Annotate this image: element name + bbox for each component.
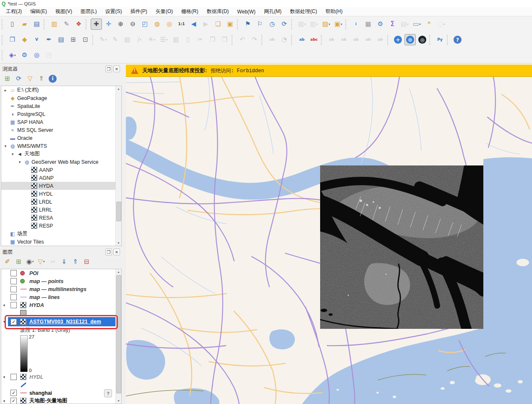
layer-item-shanghai[interactable]: ✓shanghai? <box>1 389 121 397</box>
browser-scrollbar[interactable]: ▲ ▼ <box>115 86 121 246</box>
scroll-down-icon[interactable]: ▼ <box>116 240 121 246</box>
menu-图层-l[interactable]: 图层(L) <box>76 7 101 16</box>
expand-open-icon[interactable]: ▾ <box>10 152 15 156</box>
menu-栅格-r[interactable]: 栅格(R) <box>177 7 203 16</box>
new-3d-map-view[interactable]: ▣ <box>224 18 236 30</box>
open-project[interactable]: ▰ <box>19 18 30 30</box>
show-layout-manager[interactable]: ✎ <box>61 18 72 30</box>
browser-item-场景[interactable]: ◧场景 <box>1 230 121 238</box>
menu-编辑-e[interactable]: 编辑(E) <box>26 7 51 16</box>
menu-数据库-d[interactable]: 数据库(D) <box>203 7 233 16</box>
zoom-out[interactable]: ⊖ <box>127 18 138 30</box>
add-layer-menu[interactable]: ◈▾ <box>7 50 18 61</box>
scroll-down-icon[interactable]: ▼ <box>116 398 121 404</box>
browser-item-hyda[interactable]: HYDA <box>1 182 121 190</box>
filter-legend[interactable]: ▽▾ <box>36 257 47 267</box>
select-features-dropdown[interactable]: ▾ <box>304 23 306 26</box>
select-by-value-dropdown[interactable]: ▾ <box>341 23 342 26</box>
legend-swatch-row[interactable] <box>1 309 121 317</box>
scroll-up-icon[interactable]: ▲ <box>116 269 121 275</box>
layer-item-map-lines[interactable]: map — lines <box>1 293 121 301</box>
zoom-in[interactable]: ⊕ <box>115 18 126 30</box>
layer-checkbox[interactable]: ✓ <box>10 398 17 404</box>
band-label-row[interactable]: 波段 1: Band 1 (Gray) <box>1 326 121 334</box>
save-project[interactable]: ▤ <box>31 18 42 30</box>
zoom-to-selection[interactable]: ◎ <box>164 18 175 30</box>
add-favorite[interactable]: ⊞ <box>2 73 13 84</box>
layer-item-hydl[interactable]: ▾HYDL <box>1 373 121 381</box>
browser-properties[interactable]: i <box>47 73 58 84</box>
filter-expression-dropdown[interactable]: ▾ <box>53 260 55 263</box>
menu-工程-j[interactable]: 工程(J) <box>2 7 26 16</box>
layer-styling[interactable]: ✐ <box>2 257 13 267</box>
add-group[interactable]: ⊞ <box>13 257 24 267</box>
layers-scrollbar[interactable]: ▲ ▼ <box>115 269 121 404</box>
collapse-all[interactable]: ⇑ <box>70 257 81 267</box>
vertex-tool-dropdown[interactable]: ▾ <box>154 38 156 42</box>
help-contents[interactable]: ? <box>452 34 463 45</box>
browser-item-天地图[interactable]: ▾◄天地图 <box>1 150 121 158</box>
scroll-thumb[interactable] <box>116 202 121 221</box>
refresh-map[interactable]: ⟳ <box>279 18 290 30</box>
temporal-controller[interactable]: ◷ <box>266 18 278 30</box>
legend-line-row[interactable] <box>1 381 121 389</box>
refresh-browser[interactable]: ⟳ <box>13 73 24 84</box>
collapse-all-browser[interactable]: ⇑ <box>36 73 47 84</box>
expand-open-icon[interactable]: ▾ <box>17 160 22 164</box>
select-by-form[interactable]: ▨▾ <box>321 18 332 30</box>
zoom-full-extent[interactable]: ◰ <box>139 18 151 30</box>
layer-item-天地图-矢量地图[interactable]: ▾✓天地图-矢量地图 <box>1 397 121 404</box>
measure[interactable]: ▭▾ <box>411 18 422 30</box>
panel-close-button[interactable]: ✕ <box>113 249 120 255</box>
tianditu-add-map[interactable]: + <box>392 34 404 45</box>
layer-item-poi[interactable]: POI <box>1 269 121 277</box>
browser-item-spatialite[interactable]: ✒SpatiaLite <box>1 102 121 110</box>
zoom-native[interactable]: 1:1 <box>176 18 187 30</box>
new-spatialite-layer[interactable]: ✒ <box>43 34 55 45</box>
panel-undock-button[interactable]: ❐ <box>105 249 112 255</box>
layer-checkbox[interactable] <box>10 374 17 380</box>
map-canvas[interactable] <box>126 77 532 404</box>
remove-layer[interactable]: ⊟ <box>81 257 92 267</box>
expand-open-icon[interactable]: ▾ <box>2 375 7 379</box>
pan-map[interactable]: ✚ <box>91 18 102 30</box>
show-spatial-bookmarks[interactable]: ⚐ <box>254 18 266 30</box>
expand-open-icon[interactable]: ▾ <box>2 399 7 403</box>
browser-item-wms-wmts[interactable]: ▾◍WMS/WMTS <box>1 142 121 150</box>
browser-item-vector-tiles[interactable]: ▦Vector Tiles <box>1 238 121 246</box>
open-attribute-table-dropdown[interactable]: ▾ <box>407 23 409 26</box>
expand-all[interactable]: ⇓ <box>59 257 69 267</box>
layer-help-button[interactable]: ? <box>104 389 112 397</box>
filter-legend-dropdown[interactable]: ▾ <box>43 260 45 263</box>
gradient-ramp-row[interactable]: 270 <box>1 334 121 373</box>
zoom-to-layer[interactable]: ◍ <box>151 18 163 30</box>
add-layer-menu-dropdown[interactable]: ▾ <box>14 54 16 57</box>
pin-labels[interactable]: ab <box>296 34 308 45</box>
new-virtual-layer[interactable]: ⊡ <box>80 34 91 45</box>
new-temporary-layer[interactable]: ▤ <box>55 34 67 45</box>
layer-checkbox[interactable] <box>10 278 17 284</box>
menu-帮助-h[interactable]: 帮助(H) <box>321 7 347 16</box>
menu-视图-v[interactable]: 视图(V) <box>51 7 76 16</box>
layer-checkbox[interactable] <box>10 302 17 308</box>
menu-插件-p[interactable]: 插件(P) <box>126 7 151 16</box>
data-source-manager[interactable]: ❒ <box>7 34 18 45</box>
show-statistical-sum[interactable]: Σ <box>387 18 398 30</box>
current-edits-dropdown[interactable]: ▾ <box>105 38 107 42</box>
processing-toolbox[interactable]: ⚙ <box>375 18 386 30</box>
browser-item-aanp[interactable]: AANP <box>1 166 121 174</box>
browser-item-resa[interactable]: RESA <box>1 214 121 222</box>
menu-网孔-m[interactable]: 网孔(M) <box>260 7 286 16</box>
highlight-labels[interactable]: abc <box>308 34 320 45</box>
menu-矢量-o[interactable]: 矢量(O) <box>151 7 177 16</box>
zoom-last[interactable]: ◀ <box>188 18 199 30</box>
browser-item-agnp[interactable]: AGNP <box>1 174 121 182</box>
new-geopackage-layer[interactable]: ◆ <box>19 34 30 45</box>
layer-checkbox[interactable] <box>10 270 17 276</box>
layer-checkbox[interactable]: ✓ <box>10 390 17 396</box>
osm-place-search-dropdown[interactable]: ▾ <box>443 23 445 26</box>
panel-close-button[interactable]: ✕ <box>113 66 120 72</box>
filter-browser[interactable]: ▽ <box>25 73 35 84</box>
layer-item-map-points[interactable]: map — points <box>1 277 121 285</box>
pan-to-selection[interactable]: ✛ <box>103 18 114 30</box>
